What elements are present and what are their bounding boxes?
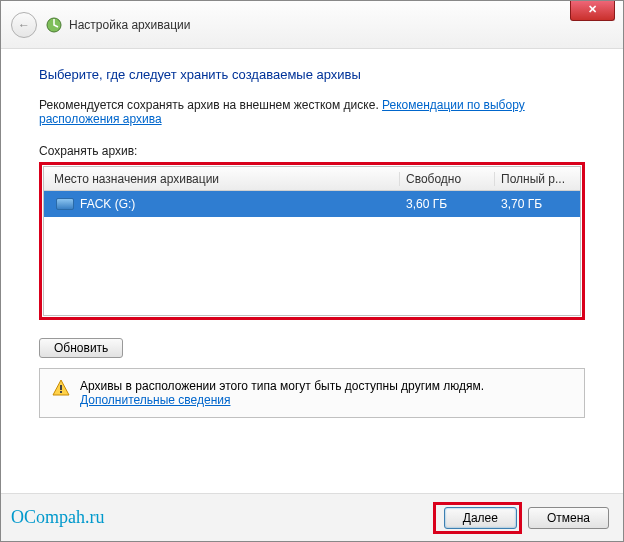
next-button-highlight: Далее — [433, 502, 522, 534]
drive-name: FACK (G:) — [80, 197, 135, 211]
save-location-label: Сохранять архив: — [39, 144, 585, 158]
desc-prefix: Рекомендуется сохранять архив на внешнем… — [39, 98, 382, 112]
refresh-button[interactable]: Обновить — [39, 338, 123, 358]
close-icon: ✕ — [588, 3, 597, 15]
drive-icon — [56, 198, 74, 210]
content-area: Выберите, где следует хранить создаваемы… — [1, 49, 623, 430]
window-title: Настройка архивации — [69, 18, 191, 32]
more-info-link[interactable]: Дополнительные сведения — [80, 393, 230, 407]
svg-rect-2 — [60, 391, 62, 393]
header-bar: ← Настройка архивации — [1, 1, 623, 49]
column-total[interactable]: Полный р... — [495, 172, 580, 186]
warning-content: Архивы в расположении этого типа могут б… — [80, 379, 484, 407]
watermark-text: OCompah.ru — [11, 507, 105, 528]
wizard-window: ✕ ← Настройка архивации Выберите, где сл… — [0, 0, 624, 542]
drive-list[interactable]: Место назначения архивации Свободно Полн… — [43, 166, 581, 316]
column-free[interactable]: Свободно — [400, 172, 495, 186]
column-destination[interactable]: Место назначения архивации — [44, 172, 400, 186]
footer-bar: OCompah.ru Далее Отмена — [1, 493, 623, 541]
drive-row-selected[interactable]: FACK (G:) 3,60 ГБ 3,70 ГБ — [44, 191, 580, 217]
close-button[interactable]: ✕ — [570, 1, 615, 21]
next-button[interactable]: Далее — [444, 507, 517, 529]
warning-icon — [52, 379, 70, 397]
drive-free: 3,60 ГБ — [400, 197, 495, 211]
warning-text: Архивы в расположении этого типа могут б… — [80, 379, 484, 393]
drive-list-highlight: Место назначения архивации Свободно Полн… — [39, 162, 585, 320]
back-button[interactable]: ← — [11, 12, 37, 38]
drive-total: 3,70 ГБ — [495, 197, 580, 211]
warning-box: Архивы в расположении этого типа могут б… — [39, 368, 585, 418]
cancel-button[interactable]: Отмена — [528, 507, 609, 529]
page-heading: Выберите, где следует хранить создаваемы… — [39, 67, 585, 82]
svg-rect-1 — [60, 385, 62, 390]
list-header: Место назначения архивации Свободно Полн… — [44, 167, 580, 191]
description-text: Рекомендуется сохранять архив на внешнем… — [39, 98, 585, 126]
wizard-icon — [45, 16, 63, 34]
back-arrow-icon: ← — [18, 18, 30, 32]
